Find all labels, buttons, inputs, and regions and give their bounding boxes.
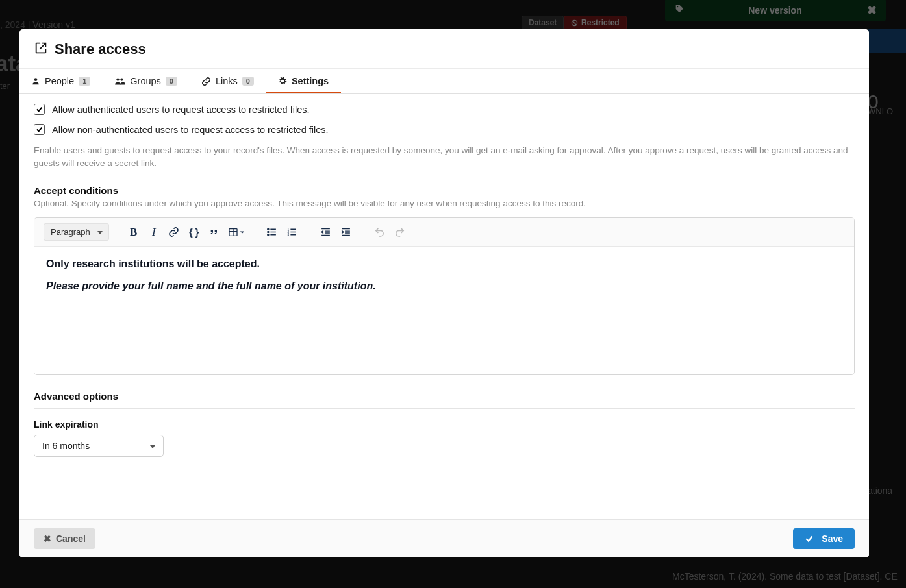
svg-point-12: [268, 234, 269, 236]
editor-line-1: Only research institutions will be accep…: [46, 258, 842, 270]
tab-label: Settings: [292, 76, 329, 86]
advanced-options-heading: Advanced options: [34, 391, 855, 402]
share-icon: [34, 41, 48, 58]
svg-point-3: [117, 78, 120, 80]
accept-conditions-heading: Accept conditions: [34, 185, 855, 196]
editor-toolbar: Paragraph B I { }: [34, 218, 854, 247]
svg-text:3: 3: [288, 233, 290, 236]
code-button[interactable]: { }: [186, 224, 203, 241]
modal-tabs: People 1 Groups 0 Links 0 Settings: [19, 69, 869, 94]
tab-settings[interactable]: Settings: [266, 69, 341, 93]
gear-icon: [278, 77, 287, 86]
allow-authenticated-checkbox[interactable]: [34, 104, 45, 115]
divider: [34, 408, 855, 409]
allow-authenticated-label: Allow authenticated users to request acc…: [52, 104, 310, 115]
chevron-down-icon: [240, 230, 245, 235]
link-icon: [201, 77, 211, 86]
editor-content[interactable]: Only research institutions will be accep…: [34, 247, 854, 374]
person-icon: [31, 77, 40, 86]
link-expiration-select[interactable]: In 6 months: [34, 435, 164, 457]
indent-button[interactable]: [338, 224, 355, 241]
group-icon: [114, 77, 125, 86]
share-access-modal: Share access People 1 Groups 0 Links 0 S…: [19, 29, 869, 557]
quote-button[interactable]: [206, 224, 223, 241]
access-help-text: Enable users and guests to request acces…: [34, 144, 855, 169]
svg-point-10: [268, 232, 269, 233]
table-button[interactable]: [226, 224, 247, 241]
format-dropdown[interactable]: Paragraph: [44, 223, 109, 241]
tab-groups[interactable]: Groups 0: [103, 69, 190, 93]
tab-links[interactable]: Links 0: [190, 69, 266, 93]
modal-header: Share access: [19, 29, 869, 69]
allow-guest-row: Allow non-authenticated users to request…: [34, 124, 855, 135]
tab-label: Links: [216, 76, 238, 86]
svg-point-4: [121, 78, 123, 80]
cancel-button[interactable]: ✖ Cancel: [34, 528, 95, 549]
tab-count-badge: 0: [166, 77, 177, 86]
tab-people[interactable]: People 1: [19, 69, 103, 93]
link-expiration-label: Link expiration: [34, 419, 855, 430]
bullet-list-button[interactable]: [264, 224, 281, 241]
tab-label: People: [45, 76, 74, 86]
accept-conditions-subtext: Optional. Specify conditions under which…: [34, 199, 855, 208]
svg-point-8: [268, 228, 269, 230]
tab-label: Groups: [130, 76, 161, 86]
modal-footer: ✖ Cancel Save: [19, 519, 869, 557]
redo-button[interactable]: [392, 224, 409, 241]
tab-count-badge: 0: [242, 77, 254, 86]
undo-button[interactable]: [371, 224, 388, 241]
allow-guest-label: Allow non-authenticated users to request…: [52, 125, 329, 135]
outdent-button[interactable]: [318, 224, 334, 241]
link-button[interactable]: [166, 224, 182, 241]
allow-guest-checkbox[interactable]: [34, 124, 45, 135]
save-button[interactable]: Save: [793, 528, 855, 549]
conditions-editor: Paragraph B I { }: [34, 217, 855, 375]
italic-button[interactable]: I: [145, 224, 162, 241]
check-icon: [805, 534, 814, 543]
bold-button[interactable]: B: [125, 224, 142, 241]
modal-body: Allow authenticated users to request acc…: [19, 94, 869, 519]
allow-authenticated-row: Allow authenticated users to request acc…: [34, 104, 855, 115]
editor-line-2: Please provide your full name and the fu…: [46, 280, 842, 292]
numbered-list-button[interactable]: 123: [284, 224, 301, 241]
tab-count-badge: 1: [79, 77, 90, 86]
svg-point-2: [34, 78, 38, 81]
close-icon: ✖: [44, 533, 51, 544]
modal-title: Share access: [55, 41, 146, 58]
